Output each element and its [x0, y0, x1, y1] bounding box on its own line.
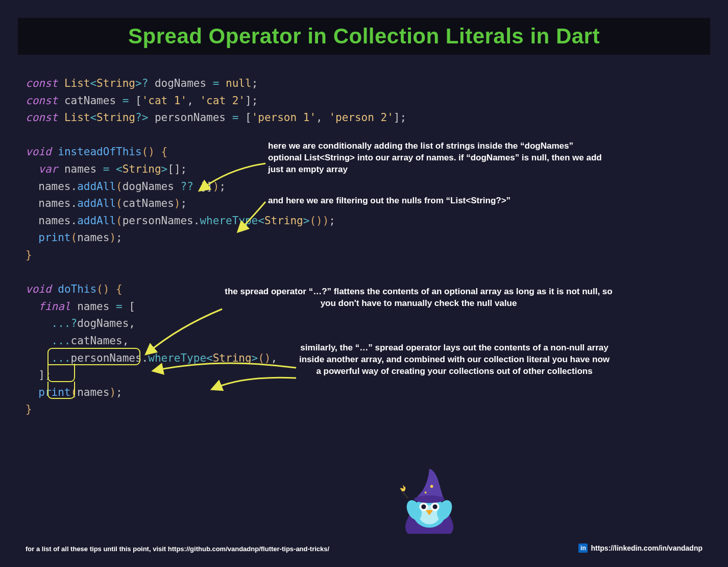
- ident: dogNames: [77, 317, 129, 329]
- ident: names: [38, 180, 70, 193]
- code-line: }: [26, 247, 702, 264]
- ident: catNames: [123, 197, 174, 209]
- code-line: names.addAll(personNames.whereType<Strin…: [26, 212, 702, 230]
- footer-tips-link: for a list of all these tips until this …: [26, 545, 329, 553]
- title-bar: Spread Operator in Collection Literals i…: [18, 18, 710, 55]
- code-line: }: [26, 401, 702, 418]
- method: whereType: [148, 352, 206, 364]
- null-coalesce: ??: [181, 180, 193, 193]
- ident: catNames: [71, 335, 123, 347]
- ident: names: [64, 163, 96, 175]
- angle: >: [135, 77, 142, 89]
- ident: names: [77, 386, 109, 398]
- code-line: const List<String>? dogNames = null;: [26, 75, 702, 92]
- ident: names: [77, 300, 109, 313]
- code-line: const List<String?> personNames = ['pers…: [26, 109, 702, 127]
- svg-point-10: [425, 491, 427, 493]
- string: 'cat 1': [142, 94, 187, 107]
- ident: personNames: [123, 215, 193, 227]
- code-line: print(names);: [26, 229, 702, 247]
- annotation-spread-q: the spread operator “…?” flattens the co…: [220, 286, 618, 310]
- mascot-wizard-bird-icon: [396, 465, 463, 536]
- page-title: Spread Operator in Collection Literals i…: [28, 24, 700, 49]
- code-line: ...?dogNames,: [26, 315, 702, 333]
- keyword-void: void: [26, 283, 52, 295]
- keyword-const: const: [26, 94, 58, 107]
- eq: =: [123, 94, 129, 107]
- linkedin-url: https://linkedin.com/in/vandadnp: [591, 544, 702, 552]
- keyword-const: const: [26, 111, 58, 124]
- type: String: [213, 352, 252, 364]
- method: addAll: [77, 197, 116, 209]
- keyword-void: void: [26, 146, 52, 158]
- svg-marker-12: [400, 485, 405, 491]
- code-line: names.addAll(dogNames ?? []);: [26, 178, 702, 196]
- ident: names: [77, 231, 109, 244]
- string: 'cat 2': [200, 94, 245, 107]
- ident: personNames: [155, 111, 226, 124]
- ident: names: [38, 215, 70, 227]
- annotation-spread: similarly, the “…” spread operator lays …: [296, 342, 613, 377]
- fn-name: doThis: [58, 283, 96, 295]
- ident: names: [38, 197, 70, 209]
- ident: dogNames: [155, 77, 206, 89]
- spread: ...: [52, 352, 71, 364]
- linkedin-icon: in: [578, 544, 588, 553]
- type: String: [264, 215, 303, 227]
- code-line: print(names);: [26, 384, 702, 401]
- annotation-filter-nulls: and here we are filtering out the nulls …: [268, 195, 625, 207]
- eq: =: [232, 111, 239, 124]
- spread: ...: [52, 335, 71, 347]
- q: ?: [135, 111, 142, 124]
- q: ?: [142, 77, 149, 89]
- keyword-var: var: [38, 163, 58, 175]
- fn-name: insteadOfThis: [58, 146, 141, 158]
- svg-point-9: [430, 485, 433, 488]
- footer-linkedin: in https://linkedin.com/in/vandadnp: [578, 544, 702, 553]
- keyword-const: const: [26, 77, 58, 89]
- type: String: [96, 111, 135, 124]
- null: null: [226, 77, 252, 89]
- svg-point-8: [414, 495, 444, 503]
- type: List: [64, 111, 90, 124]
- type: String: [123, 163, 161, 175]
- fn-print: print: [38, 386, 70, 398]
- string: 'person 2': [329, 111, 393, 124]
- type: List: [64, 77, 90, 89]
- annotation-conditional-add: here we are conditionally adding the lis…: [268, 140, 605, 176]
- angle: <: [90, 77, 96, 89]
- spread-q: ...?: [52, 317, 78, 329]
- svg-line-11: [402, 491, 408, 498]
- code-line: const catNames = ['cat 1', 'cat 2'];: [26, 92, 702, 110]
- type: String: [96, 77, 135, 89]
- svg-point-6: [421, 504, 426, 509]
- string: 'person 1': [252, 111, 316, 124]
- eq: =: [213, 77, 220, 89]
- fn-print: print: [38, 231, 70, 244]
- method: addAll: [77, 180, 116, 193]
- ident: catNames: [64, 94, 116, 107]
- method: addAll: [77, 215, 116, 227]
- svg-point-7: [433, 504, 438, 509]
- ident: dogNames: [123, 180, 174, 193]
- method: whereType: [200, 215, 258, 227]
- ident: personNames: [71, 352, 142, 364]
- keyword-final: final: [38, 300, 70, 313]
